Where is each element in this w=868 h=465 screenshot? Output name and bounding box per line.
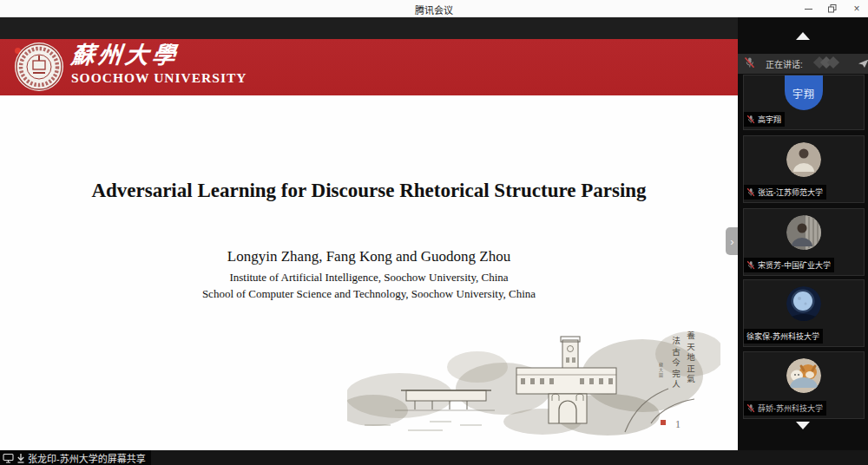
up-arrow-icon [796, 32, 810, 40]
minimize-icon [805, 9, 812, 10]
scroll-down-button[interactable] [738, 422, 868, 429]
painting-red-seal [661, 420, 666, 425]
participant-tile[interactable]: 徐家保-苏州科技大学 [743, 279, 865, 347]
motto-column-right: 養天地正氣 [684, 331, 696, 386]
participant-tile[interactable]: 薛娇-苏州科技大学 [743, 351, 865, 419]
monitor-icon [3, 453, 14, 463]
avatar: 宇翔 [785, 75, 823, 110]
speaker-diamonds-icon [810, 55, 843, 74]
shared-screen: 蘇州大學 SOOCHOW UNIVERSITY Adversarial Lear… [0, 17, 738, 450]
scroll-up-button[interactable] [738, 32, 868, 40]
back-arrow-icon[interactable] [857, 56, 868, 72]
painting-signature: 蘇大圖 [658, 363, 664, 378]
university-name-english: SOOCHOW UNIVERSITY [71, 70, 247, 86]
mic-muted-icon [746, 187, 755, 197]
slide-affiliation-1: Institute of Artificial Intelligence, So… [0, 271, 738, 285]
avatar [786, 215, 821, 250]
slide-page-number: 1 [675, 418, 681, 431]
sidebar-collapse-handle[interactable]: › [726, 227, 739, 255]
slide-affiliation-2: School of Computer Science and Technolog… [0, 287, 738, 301]
meeting-window: 腾讯会议 × [0, 0, 868, 465]
university-seal-logo [14, 42, 64, 92]
slide-title: Adversarial Learning for Discourse Rheto… [0, 180, 738, 202]
bottom-bar: 张龙印-苏州大学的屏幕共享 [0, 450, 868, 465]
minimize-button[interactable] [802, 3, 814, 15]
participant-name-chip: 高宇翔 [744, 112, 785, 127]
restore-icon [828, 4, 837, 13]
mic-muted-icon [744, 56, 755, 72]
participant-name-chip: 张远-江苏师范大学 [744, 185, 826, 200]
university-name-chinese: 蘇州大學 [69, 43, 248, 69]
share-text: 张龙印-苏州大学的屏幕共享 [28, 451, 146, 465]
slide-banner: 蘇州大學 SOOCHOW UNIVERSITY [0, 39, 738, 95]
participant-tile[interactable]: 宋贤芳-中国矿业大学 [743, 208, 865, 276]
participant-name-chip: 宋贤芳-中国矿业大学 [744, 258, 834, 272]
participant-name: 张远-江苏师范大学 [758, 187, 823, 198]
mic-muted-icon [746, 260, 755, 270]
speaking-label: 正在讲话: [766, 57, 803, 70]
participant-name: 薛娇-苏州科技大学 [758, 403, 823, 414]
speaking-indicator-bar: 正在讲话: [738, 54, 868, 74]
mic-muted-icon [746, 115, 755, 124]
participant-tile[interactable]: 宇翔 高宇翔 [743, 75, 865, 130]
participant-tile[interactable]: 张远-江苏师范大学 [743, 135, 865, 203]
slide-authors: Longyin Zhang, Fang Kong and Guodong Zho… [0, 248, 738, 265]
participant-name-chip: 徐家保-苏州科技大学 [744, 329, 823, 344]
screen-top-strip [0, 17, 738, 39]
avatar [786, 358, 821, 393]
avatar [786, 142, 821, 177]
avatar-initials: 宇翔 [792, 86, 815, 101]
participants-sidebar: 正在讲话: 宇翔 [738, 17, 868, 465]
restore-button[interactable] [826, 3, 838, 15]
window-titlebar: 腾讯会议 × [0, 0, 868, 17]
motto-column-left: 法古今完人 [669, 337, 681, 391]
avatar [786, 286, 821, 321]
participant-name-chip: 薛娇-苏州科技大学 [744, 401, 826, 416]
participant-name: 高宇翔 [758, 114, 781, 125]
mic-muted-icon [746, 403, 755, 413]
campus-ink-illustration: 養天地正氣 法古今完人 蘇大圖 1 [347, 328, 720, 441]
close-button[interactable]: × [851, 3, 863, 15]
window-title: 腾讯会议 [0, 3, 868, 16]
screen-share-indicator[interactable]: 张龙印-苏州大学的屏幕共享 [0, 450, 151, 465]
download-arrow-icon [16, 453, 25, 463]
presentation-slide: Adversarial Learning for Discourse Rheto… [0, 95, 738, 450]
participant-name: 宋贤芳-中国矿业大学 [758, 259, 831, 271]
content-area: 蘇州大學 SOOCHOW UNIVERSITY Adversarial Lear… [0, 17, 868, 465]
participant-name: 徐家保-苏州科技大学 [746, 331, 819, 342]
down-arrow-icon [796, 422, 810, 429]
